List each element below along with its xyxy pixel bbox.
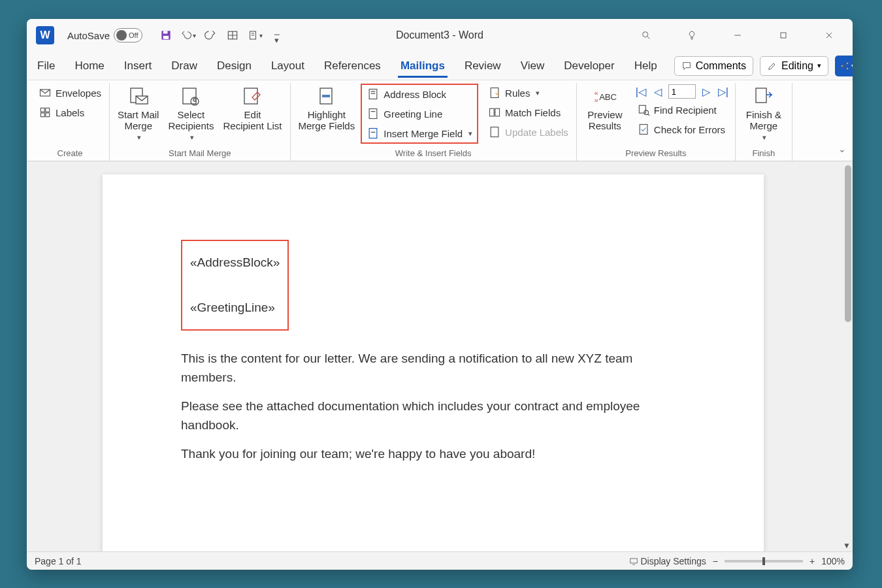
- group-write-insert: Highlight Merge Fields Address Block Gre…: [291, 83, 577, 161]
- tab-insert[interactable]: Insert: [122, 54, 155, 78]
- redo-icon[interactable]: [203, 27, 218, 43]
- lightbulb-icon[interactable]: [679, 22, 705, 48]
- record-number-input[interactable]: [668, 84, 696, 99]
- svg-point-28: [193, 99, 196, 101]
- scrollbar-thumb[interactable]: [845, 165, 851, 322]
- document-canvas[interactable]: «AddressBlock» «GreetingLine» This is th…: [27, 161, 853, 551]
- share-button[interactable]: ▾: [835, 56, 853, 76]
- page-indicator[interactable]: Page 1 of 1: [35, 556, 82, 566]
- envelope-icon: [39, 86, 52, 99]
- scroll-down-icon[interactable]: ▼: [843, 541, 851, 550]
- tab-home[interactable]: Home: [72, 54, 106, 78]
- tab-help[interactable]: Help: [632, 54, 660, 78]
- tab-developer[interactable]: Developer: [561, 54, 617, 78]
- tab-layout[interactable]: Layout: [269, 54, 307, 78]
- autosave-control[interactable]: AutoSave Off: [67, 28, 142, 42]
- svg-rect-31: [322, 95, 330, 97]
- paragraph-2[interactable]: Please see the attached documentation wh…: [181, 397, 687, 435]
- insert-merge-field-button[interactable]: Insert Merge Field: [364, 125, 475, 142]
- highlight-fields-icon: [315, 86, 338, 108]
- group-preview-results: « »ABC Preview Results |◁ ◁ ▷ ▷| Find Re…: [577, 83, 736, 161]
- editing-mode-button[interactable]: Editing ▾: [760, 56, 828, 76]
- tab-design[interactable]: Design: [214, 54, 254, 78]
- close-button[interactable]: [816, 22, 842, 48]
- rules-button[interactable]: Rules: [485, 84, 571, 101]
- address-block-icon: [367, 88, 380, 101]
- comments-label: Comments: [696, 60, 746, 72]
- word-app-icon: W: [36, 26, 54, 44]
- editing-label: Editing: [781, 60, 813, 72]
- svg-rect-20: [41, 108, 44, 112]
- comments-button[interactable]: Comments: [674, 56, 753, 76]
- greeting-line-button[interactable]: Greeting Line: [364, 105, 475, 122]
- svg-rect-37: [369, 129, 377, 139]
- page-icon[interactable]: ▾: [247, 27, 263, 43]
- autosave-toggle[interactable]: Off: [114, 28, 142, 42]
- svg-rect-29: [244, 88, 257, 104]
- tab-review[interactable]: Review: [462, 54, 504, 78]
- table-icon[interactable]: [225, 27, 240, 43]
- greeting-line-icon: [367, 107, 380, 120]
- svg-rect-1: [163, 31, 168, 33]
- svg-point-17: [847, 67, 849, 69]
- group-label-create: Create: [36, 147, 104, 161]
- zoom-level[interactable]: 100%: [821, 556, 845, 566]
- zoom-slider[interactable]: [725, 560, 803, 563]
- envelopes-button[interactable]: Envelopes: [36, 84, 104, 101]
- start-mail-merge-button[interactable]: Start Mail Merge: [115, 84, 161, 142]
- paragraph-1[interactable]: This is the content for our letter. We a…: [181, 349, 687, 387]
- collapse-ribbon-icon[interactable]: ⌄: [838, 144, 846, 154]
- find-recipient-button[interactable]: Find Recipient: [634, 101, 730, 118]
- group-finish: Finish & Merge Finish: [736, 83, 792, 161]
- zoom-in-button[interactable]: +: [809, 556, 815, 566]
- update-labels-button: Update Labels: [485, 123, 571, 140]
- labels-button[interactable]: Labels: [36, 104, 104, 121]
- word-window: W AutoSave Off ▾ ▾ ⎯▾ Document3 - Word: [27, 19, 853, 570]
- document-title: Document3 - Word: [396, 29, 483, 41]
- search-icon[interactable]: [633, 22, 659, 48]
- find-recipient-icon: [637, 103, 650, 116]
- greeting-line-field[interactable]: «GreetingLine»: [190, 294, 280, 321]
- svg-rect-32: [369, 90, 377, 99]
- last-record-icon[interactable]: ▷|: [717, 85, 730, 98]
- minimize-button[interactable]: [725, 22, 751, 48]
- svg-rect-47: [756, 88, 766, 103]
- finish-merge-button[interactable]: Finish & Merge: [741, 84, 787, 142]
- svg-rect-43: [639, 105, 645, 113]
- svg-point-16: [847, 62, 849, 64]
- first-record-icon[interactable]: |◁: [634, 85, 647, 98]
- tab-mailings[interactable]: Mailings: [398, 54, 448, 78]
- quick-access-toolbar: ▾ ▾ ⎯▾: [158, 27, 285, 43]
- prev-record-icon[interactable]: ◁: [651, 85, 664, 98]
- qat-customize-icon[interactable]: ⎯▾: [269, 27, 285, 43]
- check-errors-button[interactable]: Check for Errors: [634, 121, 730, 138]
- tab-view[interactable]: View: [518, 54, 547, 78]
- record-navigation: |◁ ◁ ▷ ▷|: [634, 84, 730, 99]
- preview-results-button[interactable]: « »ABC Preview Results: [582, 84, 628, 133]
- select-recipients-button[interactable]: Select Recipients: [165, 84, 216, 142]
- display-settings-button[interactable]: Display Settings: [629, 556, 706, 566]
- zoom-out-button[interactable]: −: [713, 556, 718, 566]
- tab-draw[interactable]: Draw: [169, 54, 200, 78]
- match-fields-icon: [488, 106, 501, 119]
- svg-rect-23: [46, 113, 50, 117]
- next-record-icon[interactable]: ▷: [700, 85, 713, 98]
- insert-merge-field-icon: [367, 127, 380, 140]
- save-icon[interactable]: [158, 27, 174, 43]
- undo-icon[interactable]: ▾: [180, 27, 196, 43]
- rules-icon: [488, 86, 501, 99]
- vertical-scrollbar[interactable]: ▼: [842, 161, 853, 551]
- match-fields-button[interactable]: Match Fields: [485, 104, 571, 121]
- paragraph-3[interactable]: Thank you for joining our team; we're ha…: [181, 444, 687, 463]
- address-block-button[interactable]: Address Block: [364, 86, 475, 103]
- svg-rect-48: [630, 558, 637, 563]
- zoom-slider-thumb[interactable]: [762, 557, 765, 565]
- highlight-merge-fields-button[interactable]: Highlight Merge Fields: [296, 84, 358, 133]
- tab-references[interactable]: References: [321, 54, 384, 78]
- maximize-button[interactable]: [770, 22, 796, 48]
- document-body[interactable]: «AddressBlock» «GreetingLine» This is th…: [103, 174, 764, 498]
- group-start-mail-merge: Start Mail Merge Select Recipients Edit …: [110, 83, 290, 161]
- address-block-field[interactable]: «AddressBlock»: [190, 249, 280, 276]
- edit-recipient-list-button[interactable]: Edit Recipient List: [220, 84, 284, 133]
- tab-file[interactable]: File: [35, 54, 57, 78]
